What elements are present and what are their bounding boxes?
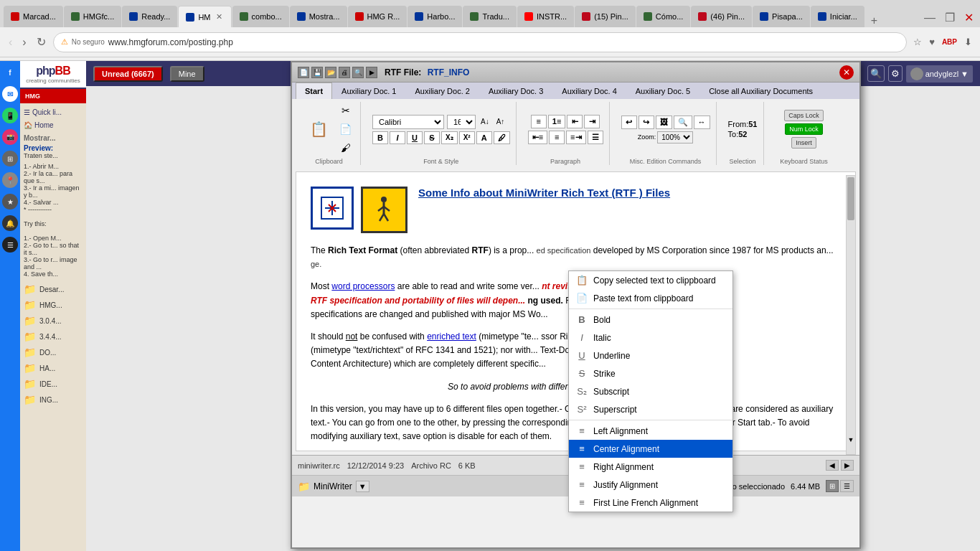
tab-pisapa[interactable]: Pisapa... (753, 6, 810, 27)
tab-como[interactable]: Cómo... (636, 6, 691, 27)
view-grid-btn[interactable]: ⊞ (826, 480, 839, 492)
rtf-icon-6[interactable]: ▶ (366, 67, 377, 78)
bookmark-button[interactable]: ☆ (911, 34, 924, 50)
ribbon-tab-aux2[interactable]: Auxiliary Doc. 2 (405, 83, 479, 99)
home-btn[interactable]: 🏠 Home (24, 120, 83, 131)
rtf-icon-4[interactable]: 🖨 (339, 67, 350, 78)
ctx-superscript[interactable]: S² Superscript (569, 400, 732, 418)
scroll-down-arrow[interactable]: ▼ (847, 436, 855, 443)
ctx-subscript[interactable]: S₂ Subscript (569, 382, 732, 400)
new-tab-button[interactable]: + (865, 14, 883, 27)
folder-hmg[interactable]: 📁 HMG... (24, 297, 83, 313)
adblock-button[interactable]: ABP (940, 36, 959, 48)
justify-btn[interactable]: ☰ (588, 131, 603, 144)
restore-btn[interactable]: ❐ (942, 8, 958, 27)
ctx-strike[interactable]: S Strike (569, 364, 732, 382)
search-btn[interactable]: 🔍 (867, 65, 885, 82)
tab-close-btn[interactable]: ✕ (215, 11, 224, 23)
messenger-icon[interactable]: ✉ (2, 86, 18, 102)
menu-icon[interactable]: ☰ (2, 237, 18, 253)
superscript-btn[interactable]: X² (459, 131, 475, 144)
ribbon-tab-aux3[interactable]: Auxiliary Doc. 3 (479, 83, 552, 99)
bullets-btn[interactable]: ≡ (531, 115, 547, 128)
cut-btn[interactable]: ✂ (336, 102, 354, 119)
folder-304[interactable]: 📁 3.0.4... (24, 313, 83, 329)
zoom-dropdown[interactable]: 100% (657, 131, 693, 143)
instagram-icon[interactable]: 📸 (2, 129, 18, 145)
ribbon-tab-close-all[interactable]: Close all Auxiliary Documents (699, 83, 822, 99)
settings-btn[interactable]: ⚙ (888, 65, 903, 82)
ctx-italic[interactable]: I Italic (569, 329, 732, 347)
align-center-btn[interactable]: ≡ (549, 131, 565, 144)
back-button[interactable]: ‹ (6, 33, 15, 52)
mine-btn[interactable]: Mine (170, 66, 204, 82)
doc-scrollbar[interactable]: ▼ (846, 175, 856, 455)
strike-btn[interactable]: S (424, 131, 440, 144)
facebook-icon[interactable]: f (2, 65, 18, 80)
tab-marcad[interactable]: Marcad... (4, 6, 63, 27)
indent-left-btn[interactable]: ⇤ (567, 115, 583, 128)
find-btn[interactable]: 🔍 (674, 116, 692, 129)
folder-ha[interactable]: 📁 HA... (24, 360, 83, 376)
download-button[interactable]: ⬇ (962, 34, 974, 50)
enriched-text-link[interactable]: enriched text (427, 331, 476, 342)
rtf-icon-3[interactable]: 📂 (325, 67, 336, 78)
highlight-btn[interactable]: 🖊 (494, 131, 510, 144)
status-arrow-left[interactable]: ◀ (826, 460, 839, 471)
ribbon-tab-aux4[interactable]: Auxiliary Doc. 4 (552, 83, 626, 99)
undo-btn[interactable]: ↩ (621, 116, 637, 129)
copy-btn[interactable]: 📄 (336, 121, 354, 138)
location-icon[interactable]: 📍 (2, 172, 18, 188)
ctx-left-align[interactable]: ≡ Left Alignment (569, 422, 732, 440)
image-btn[interactable]: 🖼 (656, 116, 672, 129)
redo-btn[interactable]: ↪ (639, 116, 654, 129)
refresh-button[interactable]: ↻ (34, 32, 49, 52)
ribbon-tab-start[interactable]: Start (296, 83, 332, 99)
tab-combo[interactable]: combo... (232, 6, 289, 27)
status-arrow-right[interactable]: ▶ (841, 460, 854, 471)
bold-btn[interactable]: B (372, 131, 388, 144)
tab-pin2[interactable]: (46) Pin... (691, 6, 752, 27)
subscript-btn[interactable]: X₂ (441, 131, 458, 144)
folder-ing[interactable]: 📁 ING... (24, 392, 83, 408)
ctx-center-align[interactable]: ≡ Center Alignment (569, 440, 732, 458)
folder-desar[interactable]: 📁 Desar... (24, 281, 83, 297)
font-family-dropdown[interactable]: Calibri (372, 115, 444, 129)
unread-messages-btn[interactable]: Unread (6667) (93, 66, 163, 82)
tab-tradu[interactable]: Tradu... (463, 6, 517, 27)
folder-ide1[interactable]: 📁 IDE... (24, 376, 83, 392)
paste-btn[interactable]: 📋 (303, 116, 334, 142)
ctx-justify-align[interactable]: ≡ Justify Alignment (569, 476, 732, 494)
tab-pin1[interactable]: (15) Pin... (575, 6, 636, 27)
num-lock-key[interactable]: Num Lock (785, 123, 823, 135)
notification-icon[interactable]: 🔔 (2, 215, 18, 231)
ctx-paste-text[interactable]: 📄 Paste text from clippboard (569, 289, 732, 307)
heart-button[interactable]: ♥ (927, 34, 937, 50)
tab-hmgfc[interactable]: HMGfc... (64, 6, 121, 27)
rtf-icon-2[interactable]: 💾 (311, 67, 323, 78)
align-left-btn[interactable]: ⇤≡ (528, 131, 547, 144)
tab-hmgr[interactable]: HMG R... (348, 6, 407, 27)
indent-right-btn[interactable]: ⇥ (584, 115, 600, 128)
status-filename[interactable]: miniwriter.rc (298, 461, 340, 470)
star-icon[interactable]: ★ (2, 194, 18, 209)
numbering-btn[interactable]: 1≡ (548, 115, 566, 128)
address-bar[interactable]: ⚠ No seguro www.hmgforum.com/posting.php (53, 32, 908, 52)
rtf-icon-1[interactable]: 📄 (298, 67, 309, 78)
quick-links-btn[interactable]: ☰ Quick li... (24, 107, 83, 118)
format-painter-btn[interactable]: 🖌 (336, 139, 354, 156)
grid-icon[interactable]: ⊞ (2, 151, 18, 166)
ctx-first-line[interactable]: ≡ First Line French Alignment (569, 494, 732, 512)
folder-344[interactable]: 📁 3.4.4... (24, 329, 83, 344)
word-processors-link[interactable]: word processors (331, 281, 395, 291)
replace-btn[interactable]: ↔ (694, 116, 710, 129)
tab-instr[interactable]: INSTR... (517, 6, 574, 27)
minimize-btn[interactable]: — (921, 9, 938, 27)
folder-dropdown-btn[interactable]: ▼ (356, 481, 369, 492)
ribbon-tab-aux5[interactable]: Auxiliary Doc. 5 (626, 83, 699, 99)
font-size-dropdown[interactable]: 16 (447, 115, 476, 129)
tab-harbo[interactable]: Harbo... (407, 6, 462, 27)
caps-lock-key[interactable]: Caps Lock (784, 110, 824, 121)
ctx-bold[interactable]: B Bold (569, 311, 732, 329)
whatsapp-icon[interactable]: 📱 (2, 108, 18, 123)
